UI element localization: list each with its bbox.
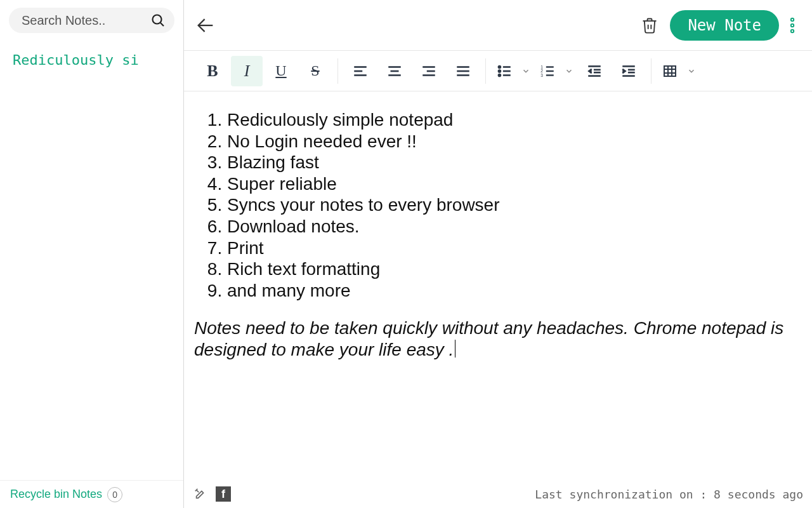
tools-button[interactable] [193,486,208,502]
number-list-dropdown[interactable] [562,56,576,86]
new-note-button[interactable]: New Note [670,10,779,41]
trash-icon [641,17,658,34]
bullet-list-icon [496,63,513,79]
status-bar: f Last synchronization on : 8 seconds ag… [184,480,812,508]
list-item: Super reliable [227,173,807,195]
align-center-button[interactable] [379,56,410,86]
bold-icon: B [207,62,218,81]
toolbar-group-text: B I U S [190,56,337,86]
align-center-icon [386,63,403,79]
search-input[interactable] [9,8,174,33]
underline-icon: U [275,62,286,79]
svg-point-5 [791,29,794,32]
facebook-button[interactable]: f [216,486,231,502]
table-button[interactable] [658,56,682,86]
sidebar: Rediculously si Recycle bin Notes 0 [0,0,184,508]
delete-note-button[interactable] [637,13,662,38]
bold-button[interactable]: B [197,56,228,86]
back-button[interactable] [192,11,219,39]
list-item: Blazing fast [227,152,807,173]
indent-icon [620,63,637,79]
strikethrough-button[interactable]: S [299,56,331,86]
toolbar-group-table [652,56,705,86]
text-cursor [455,340,455,358]
italic-icon: I [244,62,250,81]
tools-icon [193,487,207,501]
indent-button[interactable] [613,56,645,86]
bullet-list-dropdown[interactable] [519,56,533,86]
main-header: New Note [184,0,812,51]
main: New Note B I U S 123 [184,0,812,508]
underline-button[interactable]: U [265,56,297,86]
recycle-bin-link[interactable]: Recycle bin Notes 0 [0,480,183,508]
svg-line-1 [160,23,164,26]
formatting-toolbar: B I U S 123 [184,51,812,91]
recycle-bin-count: 0 [107,487,122,502]
toolbar-group-align [338,56,485,86]
number-list-button[interactable]: 123 [535,56,560,86]
list-item: Download notes. [227,216,807,237]
list-item: Syncs your notes to every browser [227,194,807,216]
list-item: Print [227,237,807,259]
toolbar-group-list: 123 [486,56,651,86]
outdent-icon [586,63,603,79]
svg-point-18 [499,65,501,67]
search-icon[interactable] [150,13,166,28]
recycle-bin-label: Recycle bin Notes [10,488,102,501]
svg-point-19 [499,70,501,72]
align-left-button[interactable] [344,56,376,86]
note-paragraph: Notes need to be taken quickly without a… [189,318,807,360]
more-menu-button[interactable] [783,10,802,41]
align-right-icon [421,63,437,79]
bullet-list-button[interactable] [492,56,516,86]
italic-button[interactable]: I [231,56,263,86]
table-icon [662,64,678,79]
svg-rect-38 [664,66,676,76]
chevron-down-icon [565,67,573,76]
arrow-left-icon [195,15,216,36]
note-editor[interactable]: Rediculously simple notepad No Login nee… [184,91,812,480]
outdent-button[interactable] [579,56,610,86]
list-item: and many more [227,280,807,302]
table-dropdown[interactable] [684,56,698,86]
chevron-down-icon [521,67,530,76]
align-justify-button[interactable] [447,56,479,86]
align-right-button[interactable] [413,56,445,86]
svg-point-4 [791,23,794,26]
svg-point-3 [791,18,794,20]
number-list-icon: 123 [539,63,556,79]
list-item: No Login needed ever !! [227,131,807,152]
sync-status-text: Last synchronization on : 8 seconds ago [535,488,803,501]
more-vertical-icon [789,17,796,34]
svg-point-20 [499,74,501,76]
svg-text:3: 3 [540,72,543,77]
note-list-item[interactable]: Rediculously si [0,51,183,69]
search-wrap [0,0,183,39]
align-justify-icon [455,63,471,79]
strikethrough-icon: S [311,62,319,79]
list-item: Rich text formatting [227,258,807,280]
chevron-down-icon [687,67,696,76]
search-box [9,8,174,33]
facebook-icon: f [221,488,225,501]
note-ordered-list: Rediculously simple notepad No Login nee… [189,109,807,301]
svg-point-0 [153,15,162,24]
align-left-icon [352,63,369,79]
note-list: Rediculously si [0,39,183,480]
list-item: Rediculously simple notepad [227,109,807,131]
